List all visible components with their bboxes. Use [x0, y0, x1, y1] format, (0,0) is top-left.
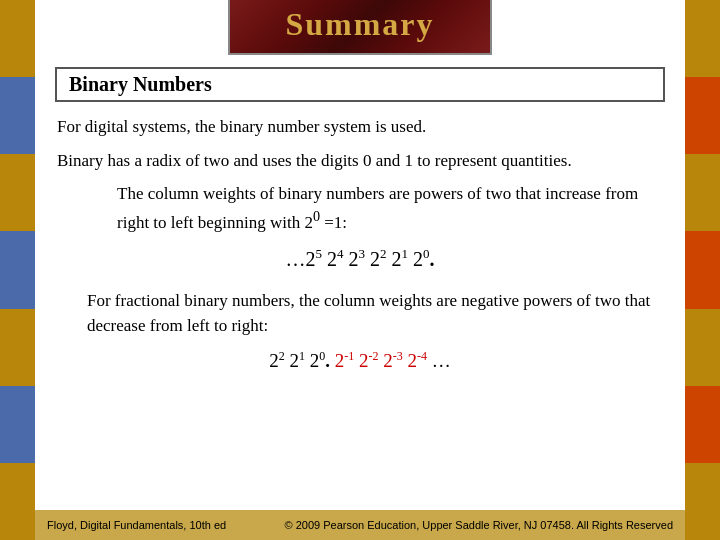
para1: For digital systems, the binary number s… [57, 114, 663, 140]
footer-left: Floyd, Digital Fundamentals, 10th ed [47, 519, 226, 531]
para2: Binary has a radix of two and uses the d… [57, 148, 663, 174]
right-accent [685, 0, 720, 540]
frac-series-line: 22 21 20. 2-1 2-2 2-3 2-4 … [57, 347, 663, 376]
title-wrapper: Summary [35, 0, 685, 53]
footer: Floyd, Digital Fundamentals, 10th ed © 2… [35, 510, 685, 540]
para4: For fractional binary numbers, the colum… [87, 288, 663, 339]
page-title: Summary [230, 0, 490, 53]
binary-series: …25 24 23 22 21 20. [57, 244, 663, 274]
section-header: Binary Numbers [55, 67, 665, 102]
content-body: For digital systems, the binary number s… [35, 114, 685, 510]
fractional-section: For fractional binary numbers, the colum… [57, 288, 663, 339]
left-accent [0, 0, 35, 540]
indent-para3: The column weights of binary numbers are… [57, 181, 663, 236]
title-text: Summary [285, 6, 434, 42]
footer-right: © 2009 Pearson Education, Upper Saddle R… [285, 519, 673, 531]
main-content-area: Summary Binary Numbers For digital syste… [35, 0, 685, 510]
